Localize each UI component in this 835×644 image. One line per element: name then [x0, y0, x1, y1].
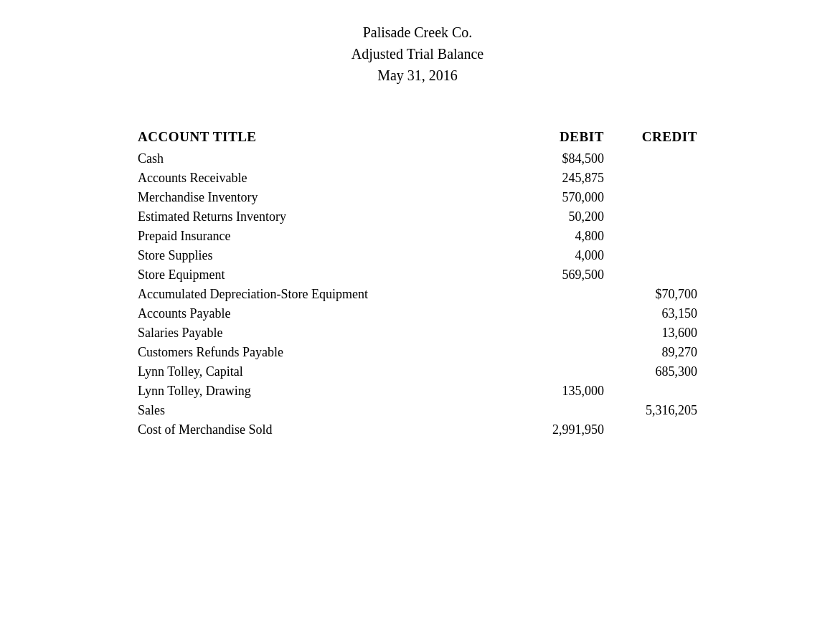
row-credit-value: 13,600 [604, 326, 697, 341]
row-debit-value: 4,800 [511, 229, 604, 244]
row-credit-value: 89,270 [604, 345, 697, 360]
row-debit-value: 570,000 [511, 190, 604, 205]
row-account-title: Merchandise Inventory [138, 190, 511, 205]
table-header: ACCOUNT TITLE DEBIT CREDIT [138, 129, 697, 145]
row-debit-value: 245,875 [511, 171, 604, 186]
trial-balance-table: ACCOUNT TITLE DEBIT CREDIT Cash$84,500Ac… [138, 129, 697, 440]
table-row: Prepaid Insurance4,800 [138, 227, 697, 246]
row-account-title: Customers Refunds Payable [138, 345, 511, 360]
table-row: Sales5,316,205 [138, 401, 697, 420]
row-account-title: Lynn Tolley, Drawing [138, 384, 511, 399]
row-debit-value: 135,000 [511, 384, 604, 399]
col-credit-header: CREDIT [604, 129, 697, 145]
row-account-title: Accounts Payable [138, 306, 511, 321]
table-row: Merchandise Inventory570,000 [138, 188, 697, 207]
table-body: Cash$84,500Accounts Receivable245,875Mer… [138, 149, 697, 440]
table-row: Store Equipment569,500 [138, 265, 697, 285]
col-debit-header: DEBIT [511, 129, 604, 145]
col-title-header: ACCOUNT TITLE [138, 129, 511, 145]
row-credit-value: 5,316,205 [604, 403, 697, 418]
table-row: Accumulated Depreciation-Store Equipment… [138, 285, 697, 304]
row-credit-value: 685,300 [604, 364, 697, 379]
row-account-title: Store Supplies [138, 248, 511, 263]
row-debit-value: $84,500 [511, 151, 604, 166]
row-account-title: Accounts Receivable [138, 171, 511, 186]
table-row: Cash$84,500 [138, 149, 697, 169]
row-credit-value: $70,700 [604, 287, 697, 302]
row-account-title: Accumulated Depreciation-Store Equipment [138, 287, 511, 302]
table-row: Lynn Tolley, Drawing135,000 [138, 382, 697, 401]
report-header: Palisade Creek Co. Adjusted Trial Balanc… [352, 22, 483, 86]
row-account-title: Salaries Payable [138, 326, 511, 341]
row-account-title: Cost of Merchandise Sold [138, 422, 511, 437]
report-title: Adjusted Trial Balance [352, 43, 483, 65]
table-row: Estimated Returns Inventory50,200 [138, 207, 697, 227]
table-row: Salaries Payable13,600 [138, 323, 697, 343]
table-row: Accounts Receivable245,875 [138, 169, 697, 188]
row-account-title: Prepaid Insurance [138, 229, 511, 244]
table-row: Cost of Merchandise Sold2,991,950 [138, 420, 697, 440]
row-account-title: Store Equipment [138, 267, 511, 283]
table-row: Customers Refunds Payable89,270 [138, 343, 697, 362]
company-name: Palisade Creek Co. [352, 22, 483, 43]
table-row: Store Supplies4,000 [138, 246, 697, 265]
row-debit-value: 50,200 [511, 209, 604, 224]
row-account-title: Cash [138, 151, 511, 166]
report-date: May 31, 2016 [352, 65, 483, 86]
row-account-title: Sales [138, 403, 511, 418]
table-row: Lynn Tolley, Capital685,300 [138, 362, 697, 382]
row-debit-value: 569,500 [511, 267, 604, 283]
table-row: Accounts Payable63,150 [138, 304, 697, 323]
row-account-title: Estimated Returns Inventory [138, 209, 511, 224]
row-credit-value: 63,150 [604, 306, 697, 321]
row-debit-value: 4,000 [511, 248, 604, 263]
row-account-title: Lynn Tolley, Capital [138, 364, 511, 379]
row-debit-value: 2,991,950 [511, 422, 604, 437]
